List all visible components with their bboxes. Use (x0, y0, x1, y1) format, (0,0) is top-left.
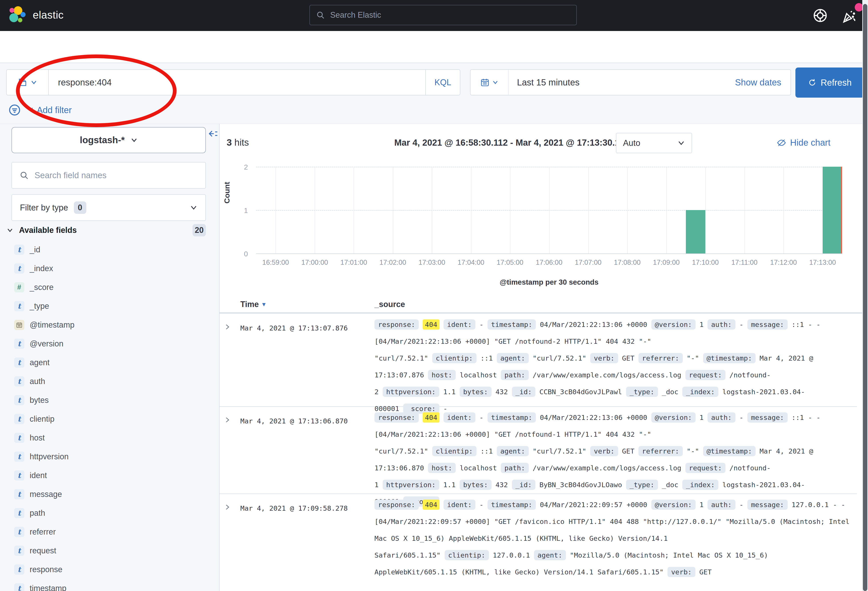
filter-controls: + Add filter (8, 103, 72, 117)
field-name-badge: _index: (682, 387, 718, 397)
field-search-input[interactable]: Search field names (12, 162, 206, 189)
text-type-icon: t (14, 301, 24, 311)
field-item-response[interactable]: tresponse (0, 560, 219, 579)
field-value: ::1 (480, 354, 493, 362)
fields-sidebar: logstash-* Search field names Filter by … (0, 124, 220, 591)
field-value: _doc (662, 388, 679, 396)
field-name-badge: ident: (443, 319, 475, 329)
field-item-clientip[interactable]: tclientip (0, 409, 219, 428)
refresh-icon (808, 78, 817, 87)
field-value: 127.0.0.1 (493, 551, 530, 559)
field-value: 1.1 (443, 388, 456, 396)
gridline (276, 167, 276, 253)
field-item-@timestamp[interactable]: @timestamp (0, 315, 219, 334)
field-name: auth (30, 377, 45, 386)
field-value: 1 (700, 414, 704, 421)
field-name-badge: verb: (590, 353, 618, 363)
interval-select[interactable]: Auto (616, 133, 692, 153)
field-item-_index[interactable]: t_index (0, 259, 219, 278)
add-filter-button[interactable]: + Add filter (30, 105, 72, 115)
chevron-down-icon (492, 79, 498, 86)
field-item-agent[interactable]: tagent (0, 353, 219, 372)
field-item-host[interactable]: thost (0, 428, 219, 447)
date-picker-calendar-button[interactable] (471, 70, 509, 95)
histogram-bar-17:13:00[interactable] (823, 167, 842, 253)
number-type-icon: # (14, 282, 24, 293)
highlighted-value: 404 (423, 319, 440, 329)
field-name-badge: _id: (512, 387, 536, 397)
histogram-bar-17:09:30[interactable] (686, 210, 705, 253)
query-language-button[interactable]: KQL (425, 70, 460, 95)
field-item-bytes[interactable]: tbytes (0, 391, 219, 409)
field-item-_id[interactable]: t_id (0, 240, 219, 259)
field-name-badge: _type: (626, 387, 658, 397)
field-item-_type[interactable]: t_type (0, 297, 219, 315)
time-range-value[interactable]: Last 15 minutes (509, 77, 735, 87)
gridline (471, 167, 471, 253)
field-name-badge: clientip: (444, 550, 489, 560)
field-item-@version[interactable]: t@version (0, 334, 219, 353)
field-item-request[interactable]: trequest (0, 541, 219, 560)
field-item-auth[interactable]: tauth (0, 372, 219, 391)
sort-desc-icon[interactable]: ▼ (261, 301, 267, 308)
collapse-sidebar-icon[interactable] (208, 129, 218, 139)
refresh-button[interactable]: Refresh (796, 68, 864, 98)
field-name: timestamp (30, 584, 66, 591)
y-tick-label: 0 (232, 250, 248, 258)
newsfeed-button[interactable] (841, 8, 858, 25)
gridline (627, 167, 627, 253)
y-tick-label: 2 (232, 163, 248, 171)
field-name: _score (30, 283, 53, 292)
search-icon (316, 10, 325, 19)
expand-row-icon[interactable] (224, 417, 230, 423)
results-header: 3 hits Mar 4, 2021 @ 16:58:30.112 - Mar … (220, 124, 862, 155)
field-item-path[interactable]: tpath (0, 504, 219, 522)
filter-by-type-select[interactable]: Filter by type 0 (12, 194, 206, 221)
field-name-badge: _id: (512, 480, 536, 490)
field-name-badge: clientip: (432, 446, 477, 456)
global-search-input[interactable]: Search Elastic (309, 5, 577, 25)
field-name-badge: timestamp: (487, 319, 536, 329)
field-value: /var/www/example.com/logs/access.log (533, 464, 681, 472)
field-name-badge: agent: (497, 446, 529, 456)
field-value: "-" (687, 354, 699, 362)
x-axis-title: @timestamp per 30 seconds (256, 278, 842, 287)
field-value: _doc (662, 481, 679, 489)
show-dates-button[interactable]: Show dates (735, 77, 791, 87)
histogram-chart[interactable] (256, 167, 842, 253)
field-name: bytes (30, 396, 49, 405)
field-value: - (740, 501, 744, 509)
hide-chart-button[interactable]: Hide chart (777, 138, 830, 148)
field-item-_score[interactable]: #_score (0, 278, 219, 297)
column-time[interactable]: Time▼ (241, 300, 267, 309)
expand-row-icon[interactable] (224, 504, 230, 510)
saved-query-menu-button[interactable] (7, 70, 49, 95)
field-item-httpversion[interactable]: thttpversion (0, 447, 219, 466)
field-name-badge: message: (747, 499, 787, 510)
field-value: 432 (496, 481, 508, 489)
field-value: - (479, 414, 484, 421)
text-type-icon: t (14, 564, 24, 575)
elastic-brand[interactable]: elastic (8, 5, 64, 24)
query-input[interactable]: response:404 (49, 77, 425, 87)
field-item-message[interactable]: tmessage (0, 485, 219, 504)
scrollbar-thumb[interactable] (863, 4, 867, 591)
field-item-timestamp[interactable]: ttimestamp (0, 579, 219, 591)
field-item-ident[interactable]: tident (0, 466, 219, 485)
field-item-referrer[interactable]: treferrer (0, 522, 219, 541)
field-name-badge: auth: (707, 412, 735, 423)
filter-icon[interactable] (8, 103, 21, 117)
expand-row-icon[interactable] (224, 324, 230, 330)
index-pattern-select[interactable]: logstash-* (12, 127, 206, 153)
field-name: _type (30, 301, 49, 311)
field-name-badge: agent: (534, 550, 566, 560)
table-header: Time▼ _source (220, 299, 862, 313)
field-value: "curl/7.52.1" (533, 354, 586, 362)
available-fields-header[interactable]: Available fields 20 (7, 223, 206, 237)
gridline (588, 167, 589, 253)
field-name: message (30, 490, 62, 499)
field-name-badge: message: (747, 319, 787, 329)
global-search-placeholder: Search Elastic (330, 10, 381, 20)
help-button[interactable] (812, 7, 828, 24)
column-source: _source (375, 300, 405, 309)
